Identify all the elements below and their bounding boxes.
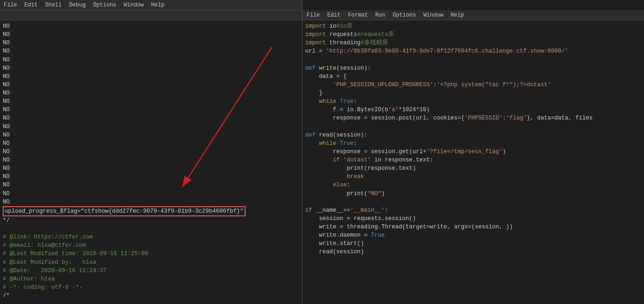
menu-shell-left[interactable]: Shell bbox=[42, 1, 66, 9]
left-code: NO NO NO NO NO NO NO NO NO NO NO NO NO N… bbox=[3, 22, 299, 304]
menu-file-right[interactable]: File bbox=[303, 11, 324, 19]
menu-file-left[interactable]: File bbox=[0, 1, 21, 9]
menu-run-right[interactable]: Run bbox=[372, 11, 389, 19]
right-panel: import io#io库 import requests#requests库 … bbox=[302, 20, 644, 304]
menu-help-right[interactable]: Help bbox=[447, 11, 468, 19]
menu-options-left[interactable]: Options bbox=[90, 1, 120, 9]
left-menubar: File Edit Shell Debug Options Window Hel… bbox=[0, 0, 302, 10]
menu-edit-left[interactable]: Edit bbox=[21, 1, 42, 9]
menu-format-right[interactable]: Format bbox=[344, 11, 372, 19]
menu-edit-right[interactable]: Edit bbox=[324, 11, 344, 19]
menu-options-right[interactable]: Options bbox=[389, 11, 419, 19]
menu-window-right[interactable]: Window bbox=[420, 11, 447, 19]
menu-help-left[interactable]: Help bbox=[147, 1, 168, 9]
right-code: import io#io库 import requests#requests库 … bbox=[305, 22, 641, 256]
menu-debug-left[interactable]: Debug bbox=[66, 1, 90, 9]
left-panel: NO NO NO NO NO NO NO NO NO NO NO NO NO N… bbox=[0, 20, 302, 304]
menu-window-left[interactable]: Window bbox=[120, 1, 147, 9]
main-content: NO NO NO NO NO NO NO NO NO NO NO NO NO N… bbox=[0, 20, 644, 304]
